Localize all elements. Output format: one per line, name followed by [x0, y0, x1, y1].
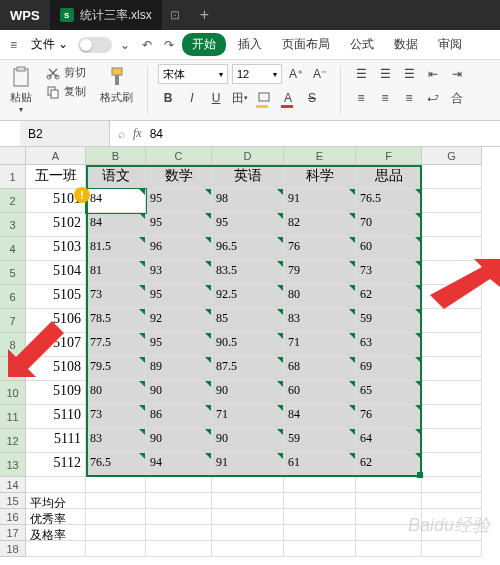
row-header[interactable]: 2 [0, 189, 26, 213]
row-header[interactable]: 13 [0, 453, 26, 477]
cell[interactable]: 五一班 [26, 165, 86, 189]
row-header[interactable]: 3 [0, 213, 26, 237]
cell[interactable] [86, 477, 146, 493]
cell[interactable] [146, 509, 212, 525]
cell[interactable]: 84 [86, 213, 146, 237]
formula-value[interactable]: 84 [150, 127, 163, 141]
cell[interactable] [422, 333, 482, 357]
cell[interactable]: 69 [356, 357, 422, 381]
row-header[interactable]: 10 [0, 381, 26, 405]
toggle-switch[interactable] [78, 37, 112, 53]
row-header[interactable]: 9 [0, 357, 26, 381]
cell[interactable] [86, 525, 146, 541]
cell[interactable]: 5108 [26, 357, 86, 381]
cell[interactable]: 77.5 [86, 333, 146, 357]
cell[interactable] [212, 541, 284, 557]
file-menu[interactable]: 文件 ⌄ [25, 34, 74, 55]
cell[interactable] [422, 525, 482, 541]
merge-button[interactable]: 合 [447, 88, 467, 108]
cell[interactable]: 63 [356, 333, 422, 357]
italic-button[interactable]: I [182, 88, 202, 108]
cell[interactable]: 89 [146, 357, 212, 381]
col-header[interactable]: A [26, 147, 86, 165]
cell[interactable]: 84 [284, 405, 356, 429]
align-middle-icon[interactable]: ☰ [375, 64, 395, 84]
grid[interactable]: 五一班语文数学英语科学思品51018495989176.551028495958… [26, 165, 500, 557]
col-header[interactable]: D [212, 147, 284, 165]
cell[interactable]: 5107 [26, 333, 86, 357]
indent-increase-icon[interactable]: ⇥ [447, 64, 467, 84]
cell[interactable] [146, 525, 212, 541]
cell[interactable]: 5111 [26, 429, 86, 453]
bold-button[interactable]: B [158, 88, 178, 108]
cell[interactable]: 76 [356, 405, 422, 429]
cell[interactable]: 60 [356, 237, 422, 261]
cell[interactable]: 83 [86, 429, 146, 453]
cell[interactable]: 84 [86, 189, 146, 213]
cell[interactable]: 59 [356, 309, 422, 333]
align-right-icon[interactable]: ≡ [399, 88, 419, 108]
cell[interactable]: 65 [356, 381, 422, 405]
wrap-text-icon[interactable]: ⮐ [423, 88, 443, 108]
cell[interactable]: 科学 [284, 165, 356, 189]
cell[interactable] [284, 509, 356, 525]
cell[interactable]: 90 [212, 381, 284, 405]
border-button[interactable]: 田▾ [230, 88, 250, 108]
cell[interactable] [284, 525, 356, 541]
align-left-icon[interactable]: ≡ [351, 88, 371, 108]
cell[interactable]: 73 [86, 405, 146, 429]
align-center-icon[interactable]: ≡ [375, 88, 395, 108]
cell[interactable]: 90 [146, 381, 212, 405]
cell[interactable] [86, 493, 146, 509]
cell[interactable] [422, 213, 482, 237]
cell[interactable]: 语文 [86, 165, 146, 189]
cell[interactable]: 5110 [26, 405, 86, 429]
font-name-select[interactable]: 宋体▾ [158, 64, 228, 84]
cell[interactable]: 73 [356, 261, 422, 285]
cell[interactable]: 82 [284, 213, 356, 237]
menu-review[interactable]: 审阅 [430, 32, 470, 57]
cell[interactable]: 96.5 [212, 237, 284, 261]
cell[interactable]: 91 [284, 189, 356, 213]
col-header[interactable]: E [284, 147, 356, 165]
cell[interactable] [422, 477, 482, 493]
select-all-corner[interactable] [0, 147, 26, 165]
cell[interactable] [284, 477, 356, 493]
paste-button[interactable]: 粘贴▾ [6, 64, 36, 116]
menu-data[interactable]: 数据 [386, 32, 426, 57]
cell[interactable]: 95 [146, 333, 212, 357]
cell[interactable]: 95 [146, 189, 212, 213]
cell[interactable] [422, 285, 482, 309]
cell[interactable] [422, 405, 482, 429]
cell[interactable]: 59 [284, 429, 356, 453]
cell[interactable]: 及格率 [26, 525, 86, 541]
tab-overflow-icon[interactable]: ⊡ [162, 8, 188, 22]
cell[interactable]: 71 [212, 405, 284, 429]
underline-button[interactable]: U [206, 88, 226, 108]
name-box[interactable]: B2 [20, 121, 110, 146]
cell[interactable]: 81.5 [86, 237, 146, 261]
cell[interactable] [146, 541, 212, 557]
fill-color-button[interactable] [254, 88, 274, 108]
cell[interactable]: 98 [212, 189, 284, 213]
cell[interactable] [422, 309, 482, 333]
cell[interactable]: 优秀率 [26, 509, 86, 525]
cell[interactable] [356, 509, 422, 525]
cell[interactable]: 96 [146, 237, 212, 261]
row-header[interactable]: 12 [0, 429, 26, 453]
cell[interactable]: 5105 [26, 285, 86, 309]
cell[interactable] [212, 477, 284, 493]
cell[interactable]: 思品 [356, 165, 422, 189]
cell[interactable]: 90 [146, 429, 212, 453]
cell[interactable] [422, 381, 482, 405]
dropdown-icon[interactable]: ⌄ [116, 34, 134, 56]
cell[interactable] [86, 541, 146, 557]
cell[interactable]: 87.5 [212, 357, 284, 381]
cell[interactable]: 68 [284, 357, 356, 381]
cell[interactable]: 91 [212, 453, 284, 477]
format-painter-button[interactable]: 格式刷 [96, 64, 137, 116]
cell[interactable]: 71 [284, 333, 356, 357]
cell[interactable]: 5106 [26, 309, 86, 333]
cell[interactable] [422, 189, 482, 213]
cell[interactable] [422, 357, 482, 381]
